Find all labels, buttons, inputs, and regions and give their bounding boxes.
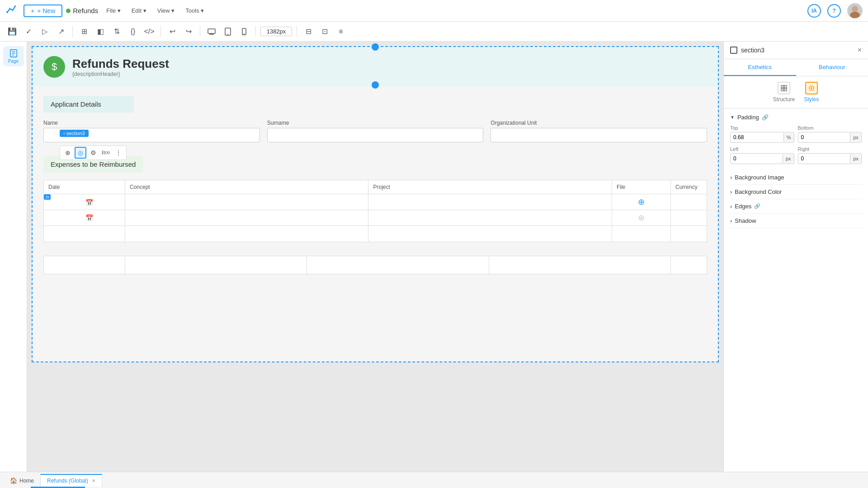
right-input-wrap: px [798, 153, 862, 164]
move-button[interactable]: ⊕ [62, 147, 74, 159]
bg-color-label: Background Color [735, 188, 782, 195]
shadow-label: Shadow [735, 217, 756, 224]
menu-view[interactable]: View ▾ [153, 5, 179, 16]
date-cell-2: 📅 [44, 210, 125, 226]
applicant-section-header: Applicant Details [43, 96, 134, 113]
styles-icon [805, 82, 818, 94]
resize-handle-mid[interactable] [372, 81, 379, 89]
padding-bottom-input[interactable] [798, 132, 850, 142]
bg-color-chevron: › [730, 188, 732, 195]
expenses-section: Expenses to be Reimbursed Date Concept P… [43, 156, 707, 274]
section-tag[interactable]: section3 [60, 130, 89, 137]
help-button[interactable]: ? [827, 4, 841, 18]
col-date: Date [44, 180, 125, 194]
home-tab-label: Home [19, 478, 34, 484]
bottom-tabs: 🏠 Home Refunds (Global) × [0, 472, 868, 488]
date-input-1[interactable] [47, 199, 84, 206]
concept-input-1[interactable] [129, 199, 364, 206]
col-project: Project [368, 180, 612, 194]
calendar-icon-1[interactable]: 📅 [85, 199, 93, 206]
menu-edit[interactable]: Edit ▾ [127, 5, 151, 16]
file-upload-icon-1[interactable]: ⊕ [638, 197, 645, 206]
edges-chevron: › [730, 203, 732, 210]
subtab-styles[interactable]: Styles [804, 82, 819, 103]
menu-tools[interactable]: Tools ▾ [181, 5, 208, 16]
canvas-frame: $ Refunds Request {descriptionHeader} Ap… [32, 46, 719, 362]
resize-handle-top[interactable] [372, 43, 379, 51]
shadow-row[interactable]: › Shadow [730, 214, 862, 228]
date-cell-1: Js 📅 [44, 194, 125, 210]
currency-input-1[interactable] [675, 199, 703, 206]
styles-label: Styles [804, 96, 819, 103]
svg-rect-15 [781, 85, 783, 88]
concept-input-2[interactable] [129, 215, 364, 221]
total-col5 [671, 256, 707, 274]
sidebar-item-page[interactable]: Page [3, 46, 24, 66]
more-button[interactable]: ⋮ [113, 147, 124, 159]
avatar[interactable] [847, 3, 863, 19]
js-badge: Js [44, 194, 51, 200]
background-image-row[interactable]: › Background Image [730, 170, 862, 185]
menu-file[interactable]: File ▾ [102, 5, 125, 16]
file-cell-1: ⊕ [612, 194, 670, 210]
style-subtabs: Structure Styles [724, 76, 868, 108]
subtab-structure[interactable]: Structure [773, 82, 795, 103]
applicant-section: Applicant Details Name Surname Organizat… [43, 96, 707, 142]
new-button[interactable]: + + New [24, 5, 62, 17]
redo-button[interactable]: ↪ [182, 25, 195, 38]
ia-button[interactable]: section3 IA [807, 4, 821, 18]
var-button[interactable]: R00 [100, 147, 112, 159]
currency-input-2[interactable] [675, 215, 703, 221]
mobile-view-button[interactable] [237, 25, 251, 38]
org-unit-input[interactable] [491, 128, 707, 142]
menu-bar: File ▾ Edit ▾ View ▾ Tools ▾ [102, 5, 208, 16]
padding-left-input[interactable] [731, 154, 783, 164]
select-button[interactable]: ◎ [75, 147, 86, 159]
table-row [44, 256, 707, 274]
data-button[interactable]: ⇅ [110, 25, 123, 38]
file-upload-icon-2[interactable]: ⊕ [638, 213, 645, 222]
tab-refunds-global[interactable]: Refunds (Global) × [40, 474, 102, 487]
top-label: Top [730, 125, 794, 131]
padding-right-input[interactable] [798, 154, 850, 164]
desktop-view-button[interactable] [205, 25, 218, 38]
check-button[interactable]: ✓ [22, 25, 35, 38]
project-input-2[interactable] [372, 215, 608, 221]
padding-top-input[interactable] [731, 132, 783, 142]
padding-header[interactable]: ▼ Padding 🔗 [730, 114, 862, 121]
layout2-button[interactable]: ⊡ [318, 25, 331, 38]
panel-content: ▼ Padding 🔗 Top % Bottom [724, 108, 868, 234]
surname-input[interactable] [267, 128, 484, 142]
export-button[interactable]: ↗ [54, 25, 68, 38]
total-col1 [44, 256, 125, 274]
component-toolbar: ⊕ ◎ ⚙ R00 ⋮ [60, 145, 127, 160]
project-input-1[interactable] [372, 199, 608, 206]
canvas-area[interactable]: section3 ⊕ ◎ ⚙ R00 ⋮ $ Refunds Request {… [27, 42, 723, 472]
table-row [44, 226, 707, 242]
tab-esthetics[interactable]: Esthetics [724, 59, 796, 76]
tab-behaviour[interactable]: Behaviour [796, 59, 868, 76]
undo-button[interactable]: ↩ [165, 25, 179, 38]
padding-section: ▼ Padding 🔗 Top % Bottom [730, 114, 862, 164]
components-button[interactable]: ⊞ [77, 25, 91, 38]
edges-row[interactable]: › Edges 🔗 [730, 199, 862, 214]
concept-cell-2 [125, 210, 368, 226]
background-color-row[interactable]: › Background Color [730, 185, 862, 199]
layout1-button[interactable]: ⊟ [302, 25, 315, 38]
calendar-icon-2[interactable]: 📅 [85, 214, 93, 221]
empty-currency [671, 226, 707, 242]
padding-chevron: ▼ [730, 115, 735, 120]
layers-button[interactable]: ◧ [94, 25, 107, 38]
save-button[interactable]: 💾 [5, 25, 19, 38]
braces-button[interactable]: {} [126, 25, 140, 38]
settings-btn[interactable]: ≡ [334, 25, 348, 38]
gear-button[interactable]: ⚙ [87, 147, 99, 159]
code-button[interactable]: </> [142, 25, 156, 38]
play-button[interactable]: ▷ [38, 25, 52, 38]
tab-home[interactable]: 🏠 Home [4, 474, 40, 487]
date-input-2[interactable] [47, 215, 84, 221]
close-panel-button[interactable]: × [858, 46, 862, 54]
tablet-view-button[interactable] [221, 25, 235, 38]
top-nav: + + New Refunds File ▾ Edit ▾ View ▾ Too… [0, 0, 868, 22]
close-tab-button[interactable]: × [92, 478, 95, 484]
